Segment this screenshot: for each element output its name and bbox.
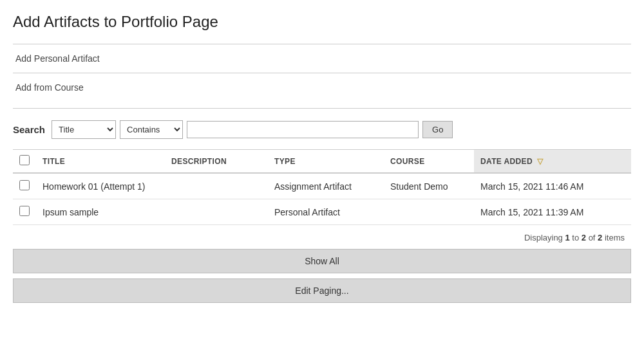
table-row: Homework 01 (Attempt 1) Assignment Artif… — [13, 173, 631, 199]
row-1-course: Student Demo — [384, 173, 474, 199]
row-2-title: Ipsum sample — [36, 199, 165, 225]
show-all-button[interactable]: Show All — [13, 249, 631, 273]
header-date-added-col[interactable]: DATE ADDED ▽ — [474, 150, 631, 174]
header-checkbox-col — [13, 150, 36, 174]
pagination-start: 1 — [565, 233, 569, 242]
pagination-info: Displaying 1 to 2 of 2 items — [13, 229, 631, 249]
row-1-checkbox[interactable] — [19, 180, 30, 190]
table-header-row: TITLE DESCRIPTION TYPE COURSE DATE ADDED… — [13, 150, 631, 174]
pagination-text-post: items — [602, 233, 625, 242]
edit-paging-button[interactable]: Edit Paging... — [13, 278, 631, 303]
pagination-text-pre: Displaying — [524, 233, 565, 242]
row-1-type: Assignment Artifact — [268, 173, 384, 199]
search-bar: Search Title Description Type Contains E… — [13, 120, 631, 139]
row-2-type: Personal Artifact — [268, 199, 384, 225]
pagination-text-to: to — [570, 233, 582, 242]
select-all-checkbox[interactable] — [19, 155, 30, 165]
row-2-description — [165, 199, 268, 225]
sort-icon: ▽ — [537, 157, 543, 166]
search-label: Search — [13, 124, 45, 135]
table-row: Ipsum sample Personal Artifact March 15,… — [13, 199, 631, 225]
row-1-description — [165, 173, 268, 199]
row-1-title: Homework 01 (Attempt 1) — [36, 173, 165, 199]
artifacts-table: TITLE DESCRIPTION TYPE COURSE DATE ADDED… — [13, 149, 631, 225]
add-personal-artifact-section[interactable]: Add Personal Artifact — [13, 44, 631, 73]
row-1-checkbox-cell — [13, 173, 36, 199]
add-personal-artifact-label: Add Personal Artifact — [15, 53, 100, 64]
header-description-col: DESCRIPTION — [165, 150, 268, 174]
page-title: Add Artifacts to Portfolio Page — [13, 13, 631, 31]
header-course-col: COURSE — [384, 150, 474, 174]
add-from-course-section[interactable]: Add from Course — [13, 73, 631, 102]
header-title-col: TITLE — [36, 150, 165, 174]
header-type-col: TYPE — [268, 150, 384, 174]
pagination-end: 2 — [582, 233, 586, 242]
page-container: Add Artifacts to Portfolio Page Add Pers… — [0, 0, 644, 314]
pagination-text-of: of — [586, 233, 598, 242]
search-input[interactable] — [187, 121, 419, 138]
go-button[interactable]: Go — [422, 121, 453, 138]
table-body: Homework 01 (Attempt 1) Assignment Artif… — [13, 173, 631, 225]
search-condition-select[interactable]: Contains Equals Starts With — [120, 120, 183, 139]
row-2-checkbox-cell — [13, 199, 36, 225]
add-from-course-label: Add from Course — [15, 82, 84, 93]
row-2-date: March 15, 2021 11:39 AM — [474, 199, 631, 225]
row-2-course — [384, 199, 474, 225]
row-2-checkbox[interactable] — [19, 206, 30, 216]
search-field-select[interactable]: Title Description Type — [52, 120, 116, 139]
row-1-date: March 15, 2021 11:46 AM — [474, 173, 631, 199]
